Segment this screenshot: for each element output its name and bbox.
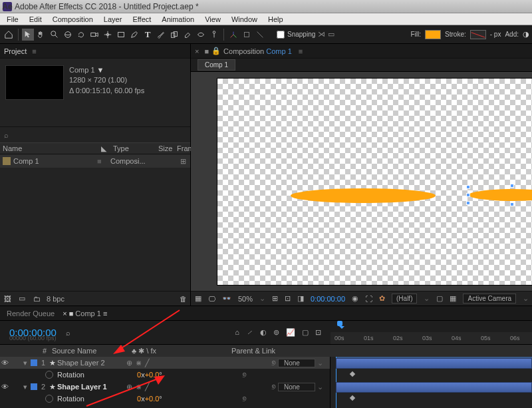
resolution-icon[interactable]: 🖵 bbox=[208, 295, 215, 303]
trash-icon[interactable]: 🗑 bbox=[178, 294, 188, 304]
transform-handle[interactable] bbox=[466, 185, 470, 189]
shape-ellipse-2[interactable] bbox=[469, 189, 532, 201]
comp-thumbnail[interactable] bbox=[5, 65, 64, 100]
guides-icon[interactable]: ⊡ bbox=[285, 294, 291, 303]
label-color[interactable] bbox=[31, 359, 37, 366]
hand-tool-icon[interactable] bbox=[35, 29, 47, 41]
mask-icon[interactable]: 👓 bbox=[222, 294, 231, 303]
transparency-icon[interactable]: ▦ bbox=[450, 294, 456, 303]
stopwatch-icon[interactable] bbox=[45, 395, 53, 403]
panel-menu-icon[interactable]: ≡ bbox=[32, 47, 36, 55]
lock-padlock-icon[interactable]: 🔒 bbox=[211, 47, 221, 55]
time-ruler[interactable]: 00s 01s 02s 03s 04s 05s 06s bbox=[331, 332, 532, 344]
rotation-value[interactable]: 0x+0.0° bbox=[137, 395, 162, 403]
shape-ellipse-1[interactable] bbox=[291, 188, 436, 203]
graph-editor-icon[interactable]: 📈 bbox=[286, 328, 295, 337]
orbit-tool-icon[interactable] bbox=[62, 29, 74, 41]
brush-tool-icon[interactable] bbox=[155, 29, 167, 41]
parent-dropdown[interactable]: None bbox=[278, 359, 315, 367]
tab-render-queue[interactable]: Render Queue bbox=[7, 309, 55, 317]
menu-view[interactable]: View bbox=[200, 14, 226, 25]
menu-effect[interactable]: Effect bbox=[127, 14, 156, 25]
transform-handle[interactable] bbox=[466, 193, 470, 197]
type-tool-icon[interactable]: T bbox=[142, 29, 154, 41]
grid-icon[interactable]: ⊞ bbox=[272, 294, 278, 303]
transform-handle[interactable] bbox=[510, 202, 514, 206]
snapping-checkbox[interactable] bbox=[277, 31, 285, 39]
layer-bar-1[interactable] bbox=[336, 358, 532, 369]
menu-file[interactable]: File bbox=[1, 14, 24, 25]
snapping-options-icon[interactable]: ⋊ bbox=[318, 30, 325, 39]
project-item-comp1[interactable]: Comp 1 ■ Composi... ⊞ bbox=[0, 154, 190, 168]
home-icon[interactable] bbox=[3, 29, 15, 41]
viewer-menu-icon[interactable]: ≡ bbox=[299, 47, 303, 55]
camera-dropdown[interactable]: Active Camera bbox=[463, 294, 516, 304]
tag-icon[interactable]: ◣ bbox=[97, 144, 110, 153]
menu-animation[interactable]: Animation bbox=[156, 14, 200, 25]
snapshot-icon[interactable]: ◉ bbox=[352, 294, 358, 303]
comp-marker-icon[interactable]: ⌂ bbox=[235, 328, 239, 337]
stroke-swatch[interactable] bbox=[470, 30, 486, 39]
lock-icon[interactable]: ■ bbox=[204, 47, 209, 55]
layer-name[interactable]: Shape Layer 1 bbox=[57, 383, 122, 391]
rectangle-tool-icon[interactable] bbox=[115, 29, 127, 41]
new-comp-icon[interactable]: ▭ bbox=[17, 294, 27, 304]
new-folder-icon[interactable]: 🗀 bbox=[32, 294, 41, 304]
anchor-tool-icon[interactable] bbox=[102, 29, 114, 41]
frame-blend-icon[interactable]: ◐ bbox=[260, 328, 267, 337]
layer-row-1[interactable]: 👁 ▾ 1 ★ Shape Layer 2 ⊕ ⋇ ╱ ୭ None ⌄ bbox=[0, 357, 330, 369]
twirl-icon[interactable]: ▾ bbox=[21, 359, 29, 367]
tab-comp1[interactable]: × ■ Comp 1 ≡ bbox=[63, 309, 107, 317]
zoom-dropdown[interactable]: 50% bbox=[238, 295, 253, 303]
local-axis-icon[interactable] bbox=[227, 29, 239, 41]
composition-canvas[interactable] bbox=[217, 79, 532, 285]
roto-tool-icon[interactable] bbox=[195, 29, 207, 41]
rotation-value[interactable]: 0x+0.0° bbox=[137, 371, 162, 379]
stroke-width[interactable]: - px bbox=[490, 31, 501, 38]
layer-switches[interactable]: ⊕ ⋇ ╱ bbox=[126, 383, 150, 391]
layer-name[interactable]: Shape Layer 2 bbox=[57, 359, 122, 367]
keyframe[interactable] bbox=[350, 395, 355, 401]
viewer-breadcrumb[interactable]: Composition Comp 1 bbox=[223, 47, 292, 55]
menu-edit[interactable]: Edit bbox=[24, 14, 47, 25]
layer-row-2[interactable]: 👁 ▾ 2 ★ Shape Layer 1 ⊕ ⋇ ╱ ୭ None ⌄ bbox=[0, 381, 330, 393]
pickwhip-icon[interactable]: ୭ bbox=[271, 383, 276, 391]
view-axis-icon[interactable] bbox=[254, 29, 266, 41]
timeline-tracks[interactable] bbox=[331, 357, 532, 408]
visibility-icon[interactable]: 👁 bbox=[0, 359, 9, 367]
pickwhip-icon[interactable]: ୭ bbox=[271, 359, 276, 367]
draft-3d-icon[interactable]: ▢ bbox=[302, 328, 309, 337]
search-icon[interactable]: ⌕ bbox=[4, 131, 9, 139]
camera-tool-icon[interactable] bbox=[88, 29, 100, 41]
clone-tool-icon[interactable] bbox=[168, 29, 180, 41]
snapping-toggle[interactable]: Snapping ⋊ ▭ bbox=[277, 30, 334, 39]
keyframe[interactable] bbox=[350, 371, 355, 377]
close-tab-icon[interactable]: × bbox=[195, 47, 199, 55]
timeline-search-icon[interactable]: ⌕ bbox=[66, 329, 70, 337]
fill-swatch[interactable] bbox=[425, 30, 441, 39]
transform-handle[interactable] bbox=[466, 201, 470, 205]
menu-composition[interactable]: Composition bbox=[47, 14, 98, 25]
playhead[interactable] bbox=[336, 321, 344, 329]
menu-layer[interactable]: Layer bbox=[98, 14, 128, 25]
snapping-bounds-icon[interactable]: ▭ bbox=[328, 30, 334, 39]
world-axis-icon[interactable] bbox=[241, 29, 253, 41]
current-time[interactable]: 0:00:00:00 bbox=[311, 295, 345, 303]
color-mgmt-icon[interactable]: ✿ bbox=[379, 294, 385, 303]
eraser-tool-icon[interactable] bbox=[182, 29, 194, 41]
menu-help[interactable]: Help bbox=[263, 14, 289, 25]
expression-pickwhip-icon[interactable]: ୭ bbox=[242, 371, 247, 379]
parent-dropdown[interactable]: None bbox=[278, 383, 315, 391]
selection-tool-icon[interactable] bbox=[22, 29, 34, 41]
pen-tool-icon[interactable] bbox=[128, 29, 140, 41]
label-color[interactable] bbox=[31, 383, 37, 390]
add-menu-icon[interactable]: ◑ bbox=[523, 30, 529, 39]
rotate-tool-icon[interactable] bbox=[75, 29, 87, 41]
layer-bar-2[interactable] bbox=[336, 382, 532, 393]
flowchart-icon[interactable]: ⊞ bbox=[180, 157, 186, 166]
zoom-tool-icon[interactable] bbox=[49, 29, 61, 41]
region-icon[interactable]: ▢ bbox=[436, 294, 443, 303]
alpha-toggle-icon[interactable]: ▦ bbox=[195, 294, 201, 303]
interpret-icon[interactable]: 🖾 bbox=[3, 294, 12, 304]
visibility-icon[interactable]: 👁 bbox=[0, 383, 9, 391]
